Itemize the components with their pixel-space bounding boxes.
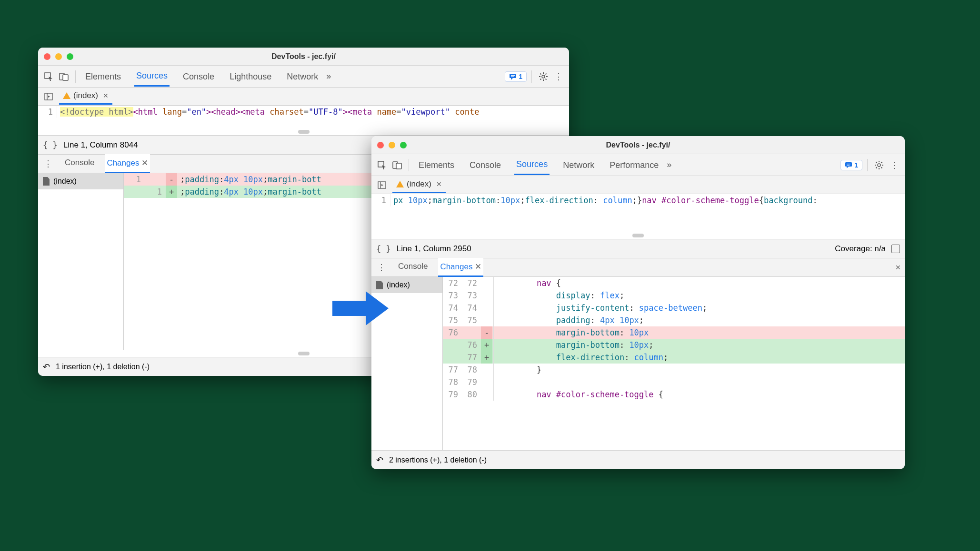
titlebar[interactable]: DevTools - jec.fyi/: [371, 136, 905, 154]
close-tab-icon[interactable]: ✕: [472, 262, 481, 271]
svg-point-6: [542, 75, 545, 78]
svg-rect-21: [847, 164, 850, 164]
window-title: DevTools - jec.fyi/: [371, 141, 905, 149]
diff-row: 7778 }: [443, 364, 905, 376]
diff-row: 76+ margin-bottom: 10px;: [443, 339, 905, 351]
changes-summary: 2 insertions (+), 1 deletion (-): [389, 456, 487, 464]
svg-rect-2: [63, 75, 68, 80]
close-tab-icon[interactable]: ✕: [103, 92, 109, 99]
code-editor[interactable]: 1 <!doctype html><html lang="en"><head><…: [38, 106, 569, 128]
changes-file-item[interactable]: (index): [38, 173, 123, 189]
code-line[interactable]: px 10px;margin-bottom:10px;flex-directio…: [390, 194, 905, 207]
expand-icon[interactable]: [891, 245, 900, 253]
tab-network[interactable]: Network: [285, 67, 320, 86]
tab-elements[interactable]: Elements: [417, 156, 456, 175]
transition-arrow-icon: [332, 289, 390, 327]
diff-row: 7575 padding: 4px 10px;: [443, 314, 905, 326]
svg-rect-19: [396, 163, 401, 169]
kebab-menu-icon[interactable]: ⋮: [552, 70, 565, 83]
svg-line-28: [876, 162, 877, 163]
cursor-position: Line 1, Column 2950: [397, 244, 471, 254]
drawer-tab-console[interactable]: Console: [396, 258, 430, 277]
drawer-tab-console[interactable]: Console: [63, 154, 96, 173]
tab-performance[interactable]: Performance: [608, 156, 660, 175]
file-icon: [376, 281, 383, 289]
diff-row: 76- margin-bottom: 10px: [443, 326, 905, 339]
navigator-toggle-icon[interactable]: [375, 178, 389, 192]
separator: [867, 159, 868, 171]
diff-row: 7373 display: flex;: [443, 289, 905, 302]
close-drawer-icon[interactable]: ✕: [895, 264, 901, 271]
navigator-toggle-icon[interactable]: [42, 90, 55, 103]
tab-network[interactable]: Network: [561, 156, 596, 175]
file-tab-index[interactable]: (index) ✕: [392, 177, 446, 193]
svg-line-12: [546, 79, 547, 79]
tab-lighthouse[interactable]: Lighthouse: [228, 67, 273, 86]
kebab-menu-icon[interactable]: ⋮: [888, 158, 901, 172]
svg-rect-20: [845, 162, 852, 167]
cursor-position: Line 1, Column 8044: [63, 140, 138, 150]
tab-console[interactable]: Console: [468, 156, 503, 175]
device-toggle-icon[interactable]: [390, 158, 404, 172]
issues-badge[interactable]: 1: [840, 160, 862, 170]
diff-row: 7879: [443, 376, 905, 388]
tab-elements[interactable]: Elements: [83, 67, 123, 86]
separator: [75, 70, 76, 83]
tab-console[interactable]: Console: [181, 67, 216, 86]
close-tab-icon[interactable]: ✕: [436, 180, 442, 188]
braces-icon[interactable]: { }: [43, 140, 58, 150]
message-icon: [845, 161, 852, 169]
changes-file-label: (index): [387, 281, 410, 289]
svg-line-14: [546, 73, 547, 74]
separator: [409, 159, 409, 171]
settings-gear-icon[interactable]: [872, 158, 886, 172]
drawer-kebab-icon[interactable]: ⋮: [375, 262, 388, 273]
code-line[interactable]: <!doctype html><html lang="en"><head><me…: [57, 106, 569, 118]
horizontal-scrollbar[interactable]: [371, 232, 905, 239]
inspect-icon[interactable]: [375, 158, 389, 172]
svg-line-13: [540, 79, 541, 79]
more-tabs-icon[interactable]: »: [662, 158, 676, 172]
svg-line-31: [881, 162, 882, 163]
issues-badge[interactable]: 1: [505, 71, 527, 82]
undo-icon[interactable]: ↶: [43, 362, 50, 372]
window-title: DevTools - jec.fyi/: [38, 52, 569, 61]
braces-icon[interactable]: { }: [376, 244, 391, 254]
diff-row: 77+ flex-direction: column;: [443, 351, 905, 364]
editor-statusbar: { } Line 1, Column 2950 Coverage: n/a: [371, 239, 905, 258]
devtools-toolbar: ElementsConsoleSourcesNetworkPerformance…: [371, 154, 905, 176]
changes-panel: (index) 7272 nav {7373 display: flex;747…: [371, 277, 905, 450]
svg-rect-22: [847, 165, 850, 165]
warning-icon: [396, 181, 404, 187]
tab-sources[interactable]: Sources: [134, 66, 170, 87]
code-editor[interactable]: 1 px 10px;margin-bottom:10px;flex-direct…: [371, 194, 905, 232]
device-toggle-icon[interactable]: [57, 70, 70, 83]
undo-icon[interactable]: ↶: [376, 455, 383, 465]
panel-tabs: ElementsConsoleSourcesNetworkPerformance: [417, 155, 660, 175]
diff-row: 7980 nav #color-scheme-toggle {: [443, 388, 905, 401]
svg-point-23: [878, 164, 880, 167]
close-tab-icon[interactable]: ✕: [139, 158, 148, 167]
tab-sources[interactable]: Sources: [514, 155, 550, 175]
more-tabs-icon[interactable]: »: [322, 70, 335, 83]
coverage-status: Coverage: n/a: [835, 244, 886, 254]
devtools-toolbar: ElementsSourcesConsoleLighthouseNetwork …: [38, 66, 569, 88]
settings-gear-icon[interactable]: [537, 70, 550, 83]
drawer-tab-changes[interactable]: Changes ✕: [438, 258, 483, 277]
drawer-tab-changes[interactable]: Changes ✕: [105, 154, 150, 173]
editor-file-tabs: (index) ✕: [371, 176, 905, 194]
titlebar[interactable]: DevTools - jec.fyi/: [38, 48, 569, 66]
diff-viewer[interactable]: 7272 nav {7373 display: flex;7474 justif…: [443, 277, 905, 450]
drawer-kebab-icon[interactable]: ⋮: [42, 158, 54, 169]
svg-rect-3: [510, 74, 516, 78]
horizontal-scrollbar[interactable]: [38, 128, 569, 135]
file-tab-index[interactable]: (index) ✕: [59, 88, 112, 105]
svg-line-30: [876, 167, 877, 168]
inspect-icon[interactable]: [42, 70, 55, 83]
message-icon: [509, 73, 517, 80]
diff-row: 7272 nav {: [443, 277, 905, 289]
svg-line-29: [881, 167, 882, 168]
drawer-tabs: ⋮ ConsoleChanges ✕ ✕: [371, 258, 905, 277]
editor-file-tabs: (index) ✕: [38, 88, 569, 106]
file-tab-label: (index): [73, 91, 98, 100]
